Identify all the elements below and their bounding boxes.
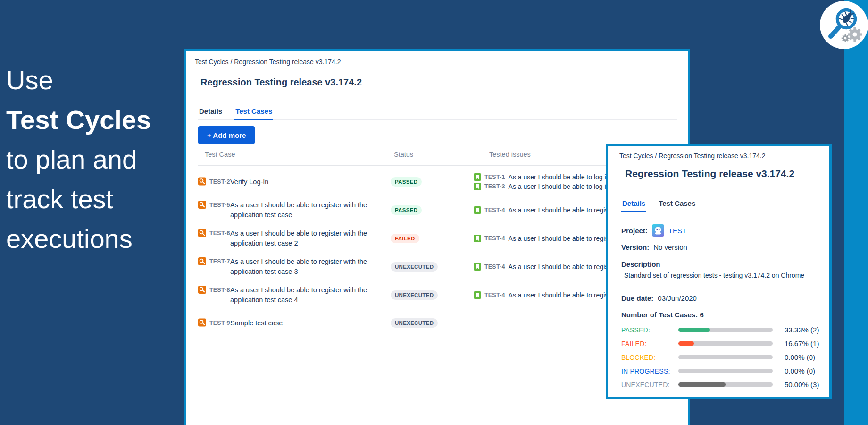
status-badge[interactable]: UNEXECUTED [391,318,438,328]
execution-progress: PASSED:33.33% (2)FAILED:16.67% (1)BLOCKE… [621,323,824,391]
tested-issues-cell: TEST-4As a user I should be able to regi… [474,262,616,272]
status-cell: PASSED [391,205,422,215]
progress-row: PASSED:33.33% (2) [621,323,824,337]
test-case-cell: TEST-6As a user I should be able to regi… [198,229,382,248]
test-cycle-details-panel: Test Cycles / Regression Testing release… [606,144,832,399]
add-more-button[interactable]: + Add more [198,126,255,144]
tested-issue: TEST-4As a user I should be able to regi… [474,234,616,243]
issue-key[interactable]: TEST-1 [484,174,505,180]
test-case-icon [198,286,206,294]
issue-summary: As a user I should be able to register [509,206,616,214]
project-link[interactable]: TEST [668,227,686,235]
issue-summary: As a user I should be able to register [509,263,616,271]
issue-key[interactable]: TEST-4 [484,207,505,213]
tab-test-cases[interactable]: Test Cases [234,107,273,120]
due-date-field: Due date: 03/Jun/2020 [621,294,697,302]
test-case-key[interactable]: TEST-2 [209,178,230,185]
gear-icon-small [842,34,850,42]
story-issue-icon [474,183,481,190]
marketing-slide: UseTest Cyclesto plan andtrack testexecu… [0,0,868,425]
test-case-key[interactable]: TEST-6 [209,230,230,237]
tested-issue: TEST-4As a user I should be able to regi… [474,290,616,300]
test-case-cell: TEST-5As a user I should be able to regi… [198,200,382,220]
version-value: No version [653,243,687,251]
page-title: Regression Testing release v3.174.2 [200,77,362,88]
tested-issues-cell: TEST-1As a user I should be able to log … [474,172,609,191]
issue-summary: As a user I should be able to register [509,291,616,299]
breadcrumb[interactable]: Test Cycles / Regression Testing release… [619,152,765,160]
description-field: Description [621,260,660,268]
test-case-icon [198,257,206,265]
headline-line: executions [6,219,151,259]
progress-label: FAILED: [621,340,678,348]
due-date-label: Due date: [621,294,653,302]
column-header-status: Status [394,151,413,158]
issue-key[interactable]: TEST-4 [484,264,505,270]
test-case-cell: TEST-2Verify Log-In [198,177,382,187]
test-case-cell: TEST-8As a user I should be able to regi… [198,285,382,305]
test-case-key[interactable]: TEST-9 [209,320,230,326]
main-tabs: DetailsTest Cases [198,107,677,120]
progress-label: IN PROGRESS: [621,367,678,375]
status-cell: UNEXECUTED [391,290,438,300]
test-case-name: As a user I should be able to register w… [230,229,372,248]
progress-row: BLOCKED:0.00% (0) [621,350,824,364]
progress-bar-fill [678,328,710,332]
issue-summary: As a user I should be able to log in [509,183,610,190]
description-value: Standard set of regression tests - testi… [624,272,804,279]
test-case-cell: TEST-7As a user I should be able to regi… [198,257,382,277]
test-case-key[interactable]: TEST-8 [209,287,230,293]
progress-bar-fill [678,341,694,346]
progress-bar-track [678,328,773,332]
test-case-icon [198,201,206,209]
issue-summary: As a user I should be able to register [509,235,616,242]
issue-key[interactable]: TEST-4 [484,235,505,242]
overlay-tab-details[interactable]: Details [621,199,646,212]
tested-issue: TEST-3As a user I should be able to log … [474,182,609,191]
tested-issue: TEST-4As a user I should be able to regi… [474,262,616,272]
status-badge[interactable]: FAILED [391,234,419,243]
tested-issue: TEST-4As a user I should be able to regi… [474,205,616,215]
test-case-count-field: Number of Test Cases: 6 [621,311,704,319]
issue-summary: As a user I should be able to log in [509,173,610,181]
story-issue-icon [474,235,481,242]
column-header-test-case: Test Case [205,151,235,158]
project-avatar-icon [652,224,664,237]
tested-issues-cell: TEST-4As a user I should be able to regi… [474,234,616,243]
progress-row: UNEXECUTED:50.00% (3) [621,378,824,391]
test-case-name: As a user I should be able to register w… [230,257,372,277]
status-badge[interactable]: UNEXECUTED [391,290,438,300]
tab-details[interactable]: Details [198,107,223,119]
page-title: Regression Testing release v3.174.2 [625,168,794,179]
progress-row: FAILED:16.67% (1) [621,337,824,350]
test-case-name: Verify Log-In [230,177,372,187]
status-badge[interactable]: PASSED [391,177,422,187]
test-case-key[interactable]: TEST-7 [209,258,230,265]
headline-line: track test [6,179,151,219]
overlay-tabs: DetailsTest Cases [621,199,816,212]
test-case-icon [198,178,206,186]
due-date-value: 03/Jun/2020 [658,294,697,302]
status-cell: PASSED [391,177,422,187]
status-badge[interactable]: PASSED [391,205,422,215]
overlay-tab-test-cases[interactable]: Test Cases [658,199,696,212]
right-accent-strip [844,0,868,425]
headline-line: Test Cycles [6,100,151,140]
headline: UseTest Cyclesto plan andtrack testexecu… [6,60,151,259]
issue-key[interactable]: TEST-3 [484,183,505,190]
headline-line: to plan and [6,140,151,179]
status-badge[interactable]: UNEXECUTED [391,262,438,272]
progress-bar-track [678,355,773,359]
test-case-name: As a user I should be able to register w… [230,200,372,220]
tested-issues-cell: TEST-4As a user I should be able to regi… [474,205,616,215]
progress-bar-track [678,341,773,346]
test-case-key[interactable]: TEST-5 [209,202,230,208]
issue-key[interactable]: TEST-4 [484,292,505,298]
story-issue-icon [474,173,481,181]
version-label: Version: [621,243,649,251]
progress-label: BLOCKED: [621,354,678,361]
headline-line: Use [6,60,151,100]
tested-issue: TEST-1As a user I should be able to log … [474,172,609,182]
test-case-cell: TEST-9Sample test case [198,318,382,328]
breadcrumb[interactable]: Test Cycles / Regression Testing release… [195,58,341,66]
